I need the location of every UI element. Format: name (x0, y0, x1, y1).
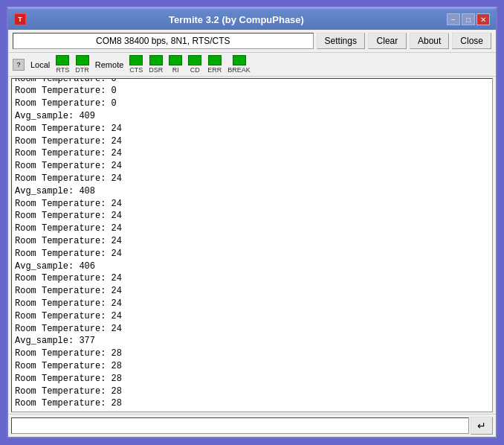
title-controls: − □ ✕ (447, 13, 490, 25)
list-item: Room Temperature: 24 (15, 235, 489, 248)
app-icon: T (14, 13, 26, 25)
cd-led-group: CD (188, 55, 201, 74)
break-led-group: BREAK (227, 55, 251, 74)
list-item: Room Temperature: 24 (15, 285, 489, 298)
list-item: Room Temperature: 24 (15, 198, 489, 211)
list-item: Room Temperature: 28 (15, 360, 489, 373)
minimize-button[interactable]: − (447, 13, 460, 25)
status-bar: ? Local RTS DTR Remote CTS DSR RI CD (8, 53, 496, 77)
list-item: Room Temperature: 28 (15, 397, 489, 410)
list-item: Room Temperature: 24 (15, 323, 489, 336)
toolbar: COM8 38400 bps, 8N1, RTS/CTS Settings Cl… (8, 30, 496, 53)
rts-led (56, 55, 69, 65)
list-item: Avg_sample: 408 (15, 185, 489, 198)
err-label: ERR (207, 66, 222, 74)
list-item: Room Temperature: 24 (15, 210, 489, 222)
dsr-label: DSR (149, 66, 163, 74)
ri-led (169, 55, 182, 65)
main-window: T Termite 3.2 (by CompuPhase) − □ ✕ COM8… (7, 7, 497, 438)
list-item: Avg_sample: 409 (15, 110, 489, 123)
cd-label: CD (190, 66, 200, 74)
send-button[interactable]: ↵ (471, 417, 493, 435)
list-item: Room Temperature: 24 (15, 147, 489, 160)
dsr-led-group: DSR (149, 55, 163, 74)
close-button[interactable]: Close (452, 33, 491, 49)
cts-led-group: CTS (129, 55, 143, 74)
dtr-led-group: DTR (75, 55, 89, 74)
list-item: Avg_sample: 406 (15, 260, 489, 273)
dtr-label: DTR (75, 66, 89, 74)
list-item: Room Temperature: 24 (15, 135, 489, 148)
list-item: Room Temperature: 24 (15, 272, 489, 285)
dsr-led (149, 55, 163, 65)
list-item: Room Temperature: 28 (15, 385, 489, 398)
rts-label: RTS (56, 66, 69, 74)
list-item: Room Temperature: 24 (15, 160, 489, 173)
list-item: Room Temperature: 24 (15, 310, 489, 323)
rts-led-group: RTS (56, 55, 69, 74)
title-bar-left: T (14, 13, 26, 25)
cts-led (129, 55, 143, 65)
status-indicator: ? (13, 59, 25, 71)
list-item: Room Temperature: 0 (15, 78, 489, 85)
list-item: Room Temperature: 28 (15, 373, 489, 385)
window-title: Termite 3.2 (by CompuPhase) (26, 14, 447, 25)
send-icon: ↵ (477, 420, 486, 432)
list-item: Room Temperature: 24 (15, 222, 489, 235)
input-field[interactable] (11, 417, 469, 434)
ri-label: RI (172, 66, 179, 74)
list-item: Room Temperature: 0 (15, 85, 489, 97)
output-area[interactable]: SAADC Started...Room Temperature: 0Room … (11, 78, 493, 412)
about-button[interactable]: About (410, 33, 449, 49)
list-item: Room Temperature: 28 (15, 348, 489, 360)
clear-button[interactable]: Clear (368, 33, 407, 49)
list-item: Room Temperature: 24 (15, 298, 489, 310)
dtr-led (76, 55, 89, 65)
list-item: Room Temperature: 24 (15, 173, 489, 185)
settings-button[interactable]: Settings (317, 33, 365, 49)
list-item: Room Temperature: 24 (15, 123, 489, 135)
err-led-group: ERR (207, 55, 222, 74)
break-led (233, 55, 246, 65)
list-item: Room Temperature: 0 (15, 97, 489, 110)
cd-led (188, 55, 201, 65)
window-close-button[interactable]: ✕ (476, 13, 490, 25)
err-led (208, 55, 222, 65)
com-status-display: COM8 38400 bps, 8N1, RTS/CTS (13, 33, 314, 49)
local-label: Local (30, 60, 50, 69)
title-bar: T Termite 3.2 (by CompuPhase) − □ ✕ (8, 9, 496, 30)
list-item: Room Temperature: 24 (15, 248, 489, 260)
cts-label: CTS (129, 66, 143, 74)
input-bar: ↵ (8, 414, 496, 437)
break-label: BREAK (227, 66, 251, 74)
list-item: Avg_sample: 377 (15, 335, 489, 348)
ri-led-group: RI (169, 55, 182, 74)
remote-label: Remote (95, 60, 124, 69)
maximize-button[interactable]: □ (462, 13, 475, 25)
main-content: SAADC Started...Room Temperature: 0Room … (8, 77, 496, 437)
